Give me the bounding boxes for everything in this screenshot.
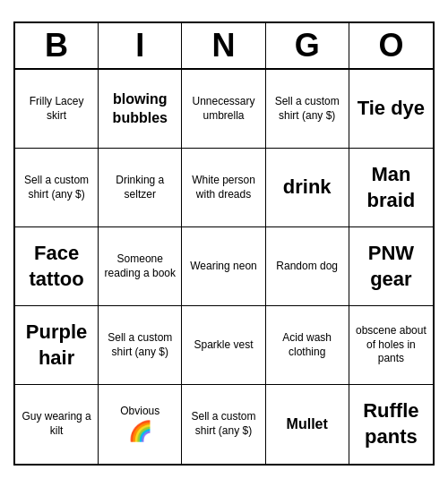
bingo-cell: Drinking a seltzer	[99, 149, 182, 227]
bingo-cell: Face tattoo	[15, 227, 99, 306]
bingo-cell: Acid wash clothing	[266, 306, 349, 385]
bingo-cell: drink	[266, 149, 349, 227]
bingo-cell: obscene about of holes in pants	[349, 306, 433, 385]
bingo-cell: Unnecessary umbrella	[182, 70, 265, 149]
bingo-card: BINGO Frilly Lacey skirtblowing bubblesU…	[13, 21, 435, 466]
bingo-cell: Tie dye	[349, 70, 433, 149]
bingo-grid: Frilly Lacey skirtblowing bubblesUnneces…	[15, 70, 433, 464]
bingo-cell: Purple hair	[15, 306, 99, 385]
bingo-cell: Sell a custom shirt (any $)	[266, 70, 349, 149]
bingo-cell: Sell a custom shirt (any $)	[182, 385, 265, 464]
header-letter: B	[15, 23, 99, 68]
bingo-cell: Frilly Lacey skirt	[15, 70, 99, 149]
bingo-cell: Random dog	[266, 227, 349, 306]
bingo-cell: Wearing neon	[182, 227, 265, 306]
bingo-cell: blowing bubbles	[99, 70, 182, 149]
header-letter: N	[182, 23, 265, 68]
bingo-cell: White person with dreads	[182, 149, 265, 227]
bingo-cell: Man braid	[349, 149, 433, 227]
bingo-cell: Ruffle pants	[349, 385, 433, 464]
cell-text: Obvious🌈	[120, 405, 159, 444]
bingo-cell: Obvious🌈	[99, 385, 182, 464]
header-letter: O	[349, 23, 433, 68]
bingo-cell: Sparkle vest	[182, 306, 265, 385]
bingo-cell: Sell a custom shirt (any $)	[15, 149, 99, 227]
header-letter: G	[266, 23, 349, 68]
bingo-cell: Guy wearing a kilt	[15, 385, 99, 464]
bingo-cell: Sell a custom shirt (any $)	[99, 306, 182, 385]
header-letter: I	[99, 23, 182, 68]
bingo-cell: Someone reading a book	[99, 227, 182, 306]
bingo-cell: Mullet	[266, 385, 349, 464]
bingo-header: BINGO	[15, 23, 433, 70]
bingo-cell: PNW gear	[349, 227, 433, 306]
